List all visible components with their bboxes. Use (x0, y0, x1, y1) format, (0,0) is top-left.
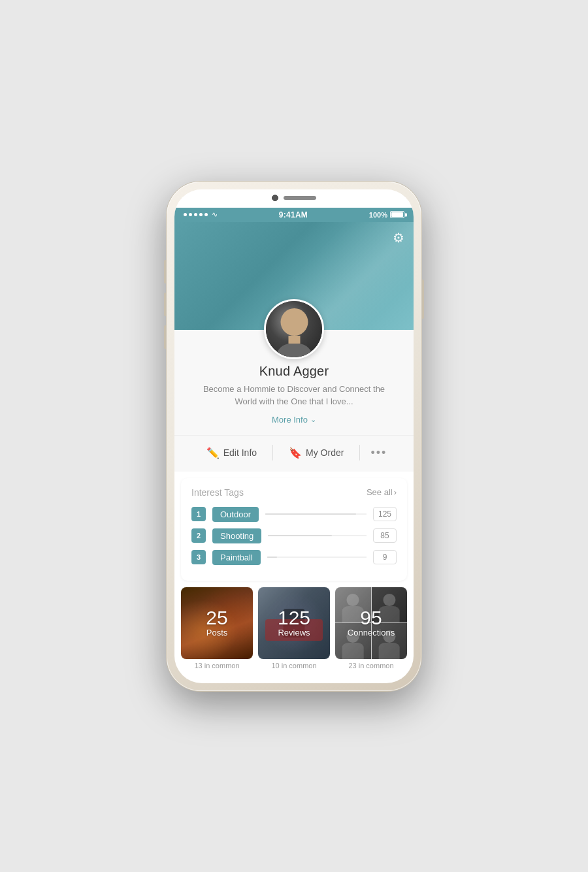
action-row: ✏️ Edit Info 🔖 My Order ••• (174, 435, 414, 472)
chevron-down-icon: ⌄ (310, 415, 316, 424)
reviews-label: Reviews (278, 628, 310, 638)
my-order-label: My Order (306, 447, 344, 458)
more-info-label: More Info (272, 415, 308, 425)
avatar-face (276, 308, 312, 351)
phone-frame: ∿ 9:41AM 100% ⚙ (167, 182, 421, 691)
posts-label: Posts (206, 628, 228, 638)
connections-content: 95 Connections (335, 587, 407, 659)
my-order-button[interactable]: 🔖 My Order (273, 443, 359, 463)
edit-info-label: Edit Info (223, 447, 257, 458)
signal-dot-4 (199, 213, 203, 216)
see-all-label: See all (367, 487, 393, 497)
tag-rank-2: 2 (191, 528, 206, 543)
face-head (280, 308, 308, 336)
face-neck (288, 336, 300, 344)
tag-bar-fill-shooting (268, 535, 332, 536)
status-time: 9:41AM (279, 210, 308, 219)
stats-grid: 25 Posts 13 in common 125 (181, 587, 407, 672)
front-camera (272, 195, 278, 201)
reviews-card[interactable]: 125 Reviews (258, 587, 330, 659)
profile-header: ⚙ (174, 222, 414, 330)
settings-button[interactable]: ⚙ (393, 230, 404, 246)
see-all-chevron-icon: › (394, 487, 397, 497)
activities-header: ACTIVITIES (174, 679, 414, 683)
signal-dot-2 (189, 213, 192, 216)
tag-label-paintball[interactable]: Paintball (212, 550, 261, 565)
posts-wrapper: 25 Posts 13 in common (181, 587, 253, 672)
face-shoulders (276, 344, 313, 357)
tag-bar-fill-outdoor (265, 513, 357, 515)
phone-screen: ∿ 9:41AM 100% ⚙ (174, 189, 414, 683)
more-info-button[interactable]: More Info ⌄ (272, 415, 316, 425)
reviews-content: 125 Reviews (258, 587, 330, 659)
avatar-container (264, 299, 324, 359)
tag-row-paintball: 3 Paintball 9 (191, 550, 397, 565)
profile-name: Knud Agger (174, 364, 414, 379)
tag-row-outdoor: 1 Outdoor 125 (191, 507, 397, 522)
battery-fill (391, 212, 403, 217)
avatar-image (266, 301, 322, 357)
connections-common: 23 in common (335, 662, 407, 670)
battery-area: 100% (369, 211, 404, 219)
tag-label-outdoor[interactable]: Outdoor (212, 507, 259, 522)
posts-content: 25 Posts (181, 587, 253, 659)
interest-tags-card: Interest Tags See all › 1 Outdoor 125 (181, 478, 407, 581)
posts-number: 25 (206, 608, 227, 628)
battery-icon (390, 211, 404, 218)
status-bar: ∿ 9:41AM 100% (174, 208, 414, 222)
reviews-number: 125 (278, 608, 310, 628)
tag-bar-fill-paintball (267, 557, 277, 558)
interest-tags-header: Interest Tags See all › (191, 487, 397, 498)
app-content[interactable]: ⚙ Knud Agger Be (174, 222, 414, 683)
see-all-button[interactable]: See all › (367, 487, 397, 497)
tag-count-outdoor: 125 (373, 507, 397, 521)
tag-bar-shooting (268, 535, 367, 536)
reviews-common: 10 in common (258, 662, 330, 670)
signal-area: ∿ (184, 210, 218, 219)
reviews-wrapper: 125 Reviews 10 in common (258, 587, 330, 672)
connections-card[interactable]: 95 Connections (335, 587, 407, 659)
tag-row-shooting: 2 Shooting 85 (191, 528, 397, 543)
camera-area (272, 195, 316, 201)
phone-top-bar (174, 189, 414, 208)
posts-card[interactable]: 25 Posts (181, 587, 253, 659)
edit-icon: ✏️ (206, 447, 220, 459)
edit-info-button[interactable]: ✏️ Edit Info (191, 443, 272, 463)
avatar (264, 299, 324, 359)
connections-number: 95 (360, 608, 382, 628)
signal-dot-5 (204, 213, 208, 216)
tag-label-shooting[interactable]: Shooting (212, 528, 261, 543)
tag-count-shooting: 85 (373, 528, 397, 543)
battery-percentage: 100% (369, 211, 387, 219)
tag-rank-1: 1 (191, 507, 206, 521)
speaker-grille (284, 196, 316, 200)
posts-common: 13 in common (181, 662, 253, 670)
tag-rank-3: 3 (191, 550, 206, 564)
profile-bio: Become a Hommie to Discover and Connect … (174, 383, 414, 408)
order-icon: 🔖 (289, 447, 302, 459)
connections-wrapper: 95 Connections 23 in common (335, 587, 407, 672)
tag-bar-outdoor (265, 513, 367, 515)
more-options-button[interactable]: ••• (360, 442, 397, 464)
tag-count-paintball: 9 (373, 550, 397, 564)
interest-tags-title: Interest Tags (191, 487, 244, 498)
signal-dot-3 (194, 213, 197, 216)
wifi-icon: ∿ (212, 210, 218, 219)
connections-label: Connections (348, 628, 395, 638)
signal-dot-1 (184, 213, 187, 216)
tag-bar-paintball (267, 557, 367, 558)
